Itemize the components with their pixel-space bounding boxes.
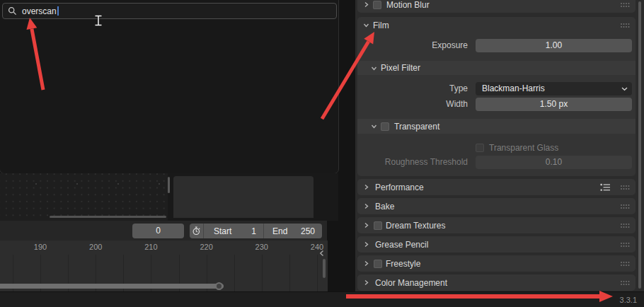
drag-handle-icon[interactable] <box>620 280 630 286</box>
transparent-checkbox[interactable] <box>381 122 389 131</box>
start-label: Start <box>214 226 231 236</box>
ruler-tick-label: 210 <box>144 243 157 251</box>
end-value: 250 <box>301 226 315 236</box>
panel-checkbox[interactable] <box>374 260 382 268</box>
drag-handle-icon[interactable] <box>620 242 630 248</box>
type-label: Type <box>357 82 468 95</box>
ruler-tick-label: 190 <box>34 243 47 251</box>
film-panel-header[interactable]: Film <box>357 17 636 33</box>
chevron-right-icon[interactable] <box>363 222 369 228</box>
exposure-row: Exposure 1.00 <box>357 39 636 52</box>
node-editor-canvas[interactable] <box>0 173 168 221</box>
collapsed-panel-row[interactable]: Dream Textures <box>357 217 636 233</box>
chevron-down-icon[interactable] <box>363 22 369 28</box>
current-frame-field[interactable]: 0 <box>132 224 184 238</box>
drag-handle-icon[interactable] <box>620 204 630 209</box>
panel-title: Performance <box>375 183 424 192</box>
node-editor-strip <box>0 173 338 221</box>
collapsed-panel-row[interactable]: Bake <box>357 198 636 214</box>
properties-editor: Motion Blur Film Exposure 1.00 <box>355 0 644 291</box>
blender-window: Motion Blur Film Exposure 1.00 <box>0 0 644 307</box>
exposure-label: Exposure <box>357 39 468 52</box>
panel-title: Bake <box>375 202 394 212</box>
collapsed-panel-row[interactable]: Color Management <box>357 274 636 291</box>
drag-handle-icon[interactable] <box>620 23 630 28</box>
chevron-right-icon[interactable] <box>363 203 369 209</box>
search-query-text: overscan <box>22 6 57 16</box>
panel-title: Dream Textures <box>386 221 445 231</box>
drag-handle-icon[interactable] <box>620 2 630 8</box>
frame-range-group: Start 1 End 250 <box>190 224 322 238</box>
collapsed-panels-list: Performance Bake Dream Textures <box>357 179 636 291</box>
search-icon <box>8 6 17 16</box>
status-bar: 3.3.1 <box>0 291 644 307</box>
end-label: End <box>272 226 287 236</box>
filter-width-field[interactable]: 1.50 px <box>476 98 632 111</box>
version-text: 3.3.1 <box>620 296 637 304</box>
panel-title: Color Management <box>375 278 447 288</box>
timeline-vscrollbar[interactable] <box>323 259 326 278</box>
chevron-right-icon[interactable] <box>363 241 369 248</box>
drag-handle-icon[interactable] <box>620 261 630 267</box>
search-popup: overscan <box>0 0 339 174</box>
subpanel-title: Transparent <box>394 122 439 132</box>
node-editor-hscrollbar[interactable] <box>50 216 166 218</box>
timeline-hscrollbar[interactable] <box>0 284 224 289</box>
chevron-down-icon[interactable] <box>371 123 377 129</box>
chevron-right-icon[interactable] <box>363 1 369 8</box>
chevron-right-icon[interactable] <box>363 279 369 286</box>
chevron-right-icon[interactable] <box>363 184 369 190</box>
filter-width-row: Width 1.50 px <box>357 98 636 111</box>
motion-blur-checkbox[interactable] <box>373 1 381 9</box>
roughness-field: 0.10 <box>476 156 632 169</box>
panel-title: Motion Blur <box>386 0 430 10</box>
drag-handle-icon[interactable] <box>620 223 630 228</box>
collapsed-panel-row[interactable]: Freestyle <box>357 255 636 272</box>
properties-scrollbar[interactable] <box>638 1 641 289</box>
chevron-down-icon <box>621 87 628 91</box>
transparent-glass-row: Transparent Glass <box>357 143 636 153</box>
panel-title: Freestyle <box>386 259 420 269</box>
ruler-tick-label: 230 <box>255 243 268 251</box>
panel-title: Grease Pencil <box>375 240 428 250</box>
pixel-filter-subpanel-header[interactable]: Pixel Filter <box>357 61 636 75</box>
filter-type-row: Type Blackman-Harris <box>357 82 636 95</box>
stopwatch-icon <box>192 226 201 236</box>
timeline-header: 0 Start 1 End 250 <box>0 221 327 241</box>
use-preview-range-button[interactable] <box>190 224 204 238</box>
frame-start-field[interactable]: Start 1 <box>204 224 264 238</box>
timeline-ruler[interactable]: 190200210220230240 <box>0 241 328 291</box>
chevron-left-icon[interactable] <box>319 250 324 257</box>
node-editor-sidebar <box>173 176 314 218</box>
chevron-right-icon[interactable] <box>363 260 369 267</box>
start-value: 1 <box>251 226 256 236</box>
filter-type-dropdown[interactable]: Blackman-Harris <box>476 82 632 95</box>
panel-motion-blur[interactable]: Motion Blur <box>357 0 636 13</box>
ruler-tick-label: 220 <box>200 243 212 251</box>
panel-title: Film <box>373 21 389 30</box>
timeline-scrollbar-knob[interactable] <box>215 282 223 290</box>
collapsed-panel-row[interactable]: Performance <box>357 179 636 195</box>
transparent-glass-checkbox <box>476 144 484 152</box>
search-input[interactable]: overscan <box>2 3 337 19</box>
roughness-threshold-row: Roughness Threshold 0.10 <box>357 156 636 169</box>
collapsed-panel-row[interactable]: Grease Pencil <box>357 236 636 253</box>
transparent-glass-label: Transparent Glass <box>489 143 558 153</box>
chevron-down-icon[interactable] <box>371 65 377 71</box>
width-label: Width <box>357 98 468 111</box>
node-editor-vscrollbar[interactable] <box>168 177 170 193</box>
roughness-label: Roughness Threshold <box>357 156 468 169</box>
panel-checkbox[interactable] <box>374 221 382 230</box>
panel-film: Film Exposure 1.00 Pixel Filter Type <box>357 17 636 176</box>
exposure-field[interactable]: 1.00 <box>476 39 632 52</box>
ruler-tick-label: 200 <box>89 243 102 251</box>
filter-type-value: Blackman-Harris <box>482 83 545 93</box>
subpanel-title: Pixel Filter <box>381 63 420 73</box>
presets-icon[interactable] <box>600 183 611 192</box>
text-caret <box>57 6 59 16</box>
drag-handle-icon[interactable] <box>620 185 630 190</box>
frame-end-field[interactable]: End 250 <box>264 224 322 238</box>
transparent-subpanel-header[interactable]: Transparent <box>357 119 636 134</box>
